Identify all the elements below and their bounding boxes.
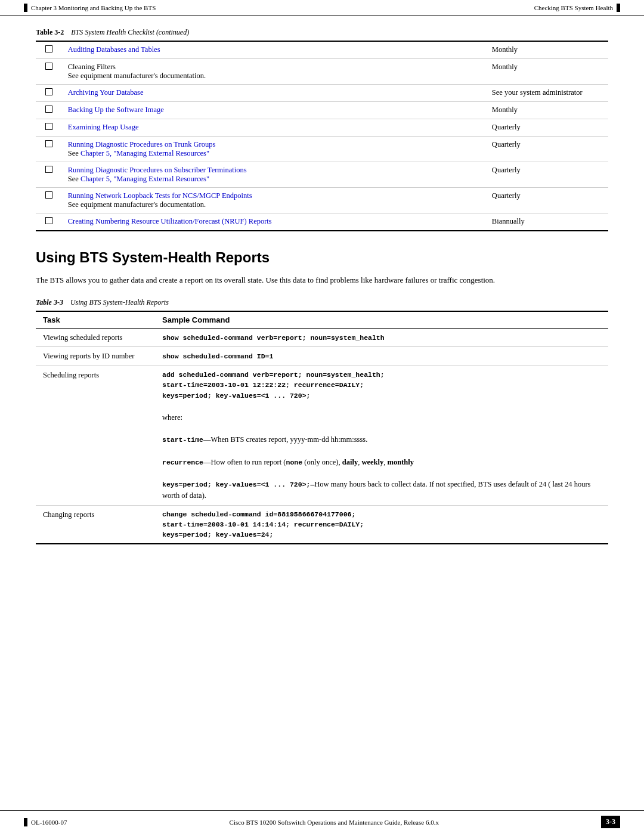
checkbox[interactable] [45, 191, 52, 199]
checkbox[interactable] [45, 106, 52, 113]
command-mono: show scheduled-command ID=1 [162, 352, 273, 360]
task-link[interactable]: Backing Up the Software Image [68, 106, 164, 114]
checkbox-cell [36, 188, 62, 213]
task-extra: See Chapter 5, "Managing External Resour… [68, 175, 480, 184]
task-cell: Running Network Loopback Tests for NCS/M… [62, 188, 486, 213]
checkbox[interactable] [45, 45, 52, 52]
table3-caption-title: Using BTS System-Health Reports [70, 298, 169, 306]
footer-left: OL-16000-07 [24, 818, 67, 826]
header-left: Chapter 3 Monitoring and Backing Up the … [24, 4, 156, 12]
footer-bar: OL-16000-07 Cisco BTS 10200 Softswitch O… [0, 810, 644, 833]
page-number: 3-3 [601, 816, 620, 828]
section-intro: The BTS allows you to gather data and cr… [36, 274, 608, 286]
table-row: Running Diagnostic Procedures on Subscri… [36, 162, 608, 188]
header-left-text: Chapter 3 Monitoring and Backing Up the … [31, 4, 156, 11]
freq-cell: Quarterly [486, 188, 608, 213]
header-right-text: Checking BTS System Health [534, 4, 613, 11]
task-cell: Archiving Your Database [62, 85, 486, 102]
task-cell: Running Diagnostic Procedures on Subscri… [62, 162, 486, 188]
freq-cell: See your system administrator [486, 85, 608, 102]
header-bar: Chapter 3 Monitoring and Backing Up the … [0, 0, 644, 16]
table3-caption: Table 3-3 Using BTS System-Health Report… [36, 298, 608, 307]
checkbox-cell [36, 41, 62, 59]
table-header-row: Task Sample Command [36, 311, 608, 329]
task-cell: Changing reports [36, 505, 155, 544]
task-extra-link[interactable]: Chapter 5, "Managing External Resources" [80, 175, 209, 183]
task-text: Cleaning Filters [68, 63, 480, 72]
command-cell: add scheduled-command verb=report; noun=… [155, 366, 608, 506]
task-link[interactable]: Examining Heap Usage [68, 123, 139, 131]
main-content: Table 3-2 BTS System Health Checklist (c… [0, 16, 644, 556]
freq-cell: Biannually [486, 213, 608, 231]
task-cell: Auditing Databases and Tables [62, 41, 486, 59]
header-bar-icon [24, 4, 27, 12]
footer-bar-icon [24, 818, 27, 826]
section-heading: Using BTS System-Health Reports [36, 249, 608, 266]
freq-cell: Monthly [486, 102, 608, 119]
table2-caption-label: Table 3-2 [36, 28, 64, 36]
task-extra-link[interactable]: Chapter 5, "Managing External Resources" [80, 149, 209, 157]
checkbox[interactable] [45, 217, 52, 224]
task-extra: See equipment manufacturer's documentati… [68, 72, 480, 80]
checkbox-cell [36, 85, 62, 102]
command-detail-3: keys=period; key-values=<1 ... 720>;—How… [162, 479, 601, 501]
command-block: change scheduled-command id=881958666704… [162, 509, 601, 540]
checkbox[interactable] [45, 140, 52, 147]
command-mono: show scheduled-command verb=report; noun… [162, 334, 385, 342]
table-row: Creating Numbering Resource Utilization/… [36, 213, 608, 231]
table-row: Cleaning Filters See equipment manufactu… [36, 59, 608, 85]
command-detail-2: recurrence—How often to run report (none… [162, 457, 601, 468]
table-row: Scheduling reports add scheduled-command… [36, 366, 608, 506]
table-row: Backing Up the Software Image Monthly [36, 102, 608, 119]
table2-caption: Table 3-2 BTS System Health Checklist (c… [36, 28, 608, 37]
table-row: Examining Heap Usage Quarterly [36, 119, 608, 137]
task-link[interactable]: Archiving Your Database [68, 88, 144, 97]
command-block: add scheduled-command verb=report; noun=… [162, 370, 601, 401]
checklist-table: Auditing Databases and Tables Monthly Cl… [36, 41, 608, 231]
freq-cell: Quarterly [486, 137, 608, 162]
task-extra: See equipment manufacturer's documentati… [68, 200, 480, 209]
task-link[interactable]: Auditing Databases and Tables [68, 45, 160, 54]
header-right: Checking BTS System Health [534, 4, 620, 12]
task-cell: Creating Numbering Resource Utilization/… [62, 213, 486, 231]
freq-cell: Quarterly [486, 162, 608, 188]
task-link[interactable]: Creating Numbering Resource Utilization/… [68, 217, 272, 225]
checkbox-cell [36, 102, 62, 119]
task-cell: Cleaning Filters See equipment manufactu… [62, 59, 486, 85]
checkbox-cell [36, 119, 62, 137]
command-cell: show scheduled-command ID=1 [155, 347, 608, 366]
command-cell: show scheduled-command verb=report; noun… [155, 328, 608, 347]
task-cell: Backing Up the Software Image [62, 102, 486, 119]
task-extra: See Chapter 5, "Managing External Resour… [68, 149, 480, 158]
footer-doc-id: OL-16000-07 [31, 819, 67, 826]
checkbox-cell [36, 213, 62, 231]
freq-cell: Monthly [486, 41, 608, 59]
task-cell: Viewing reports by ID number [36, 347, 155, 366]
task-link[interactable]: Running Diagnostic Procedures on Trunk G… [68, 140, 216, 148]
footer-center: Cisco BTS 10200 Softswitch Operations an… [230, 819, 439, 826]
checkbox[interactable] [45, 166, 52, 173]
command-detail-1: start-time—When BTS creates report, yyyy… [162, 434, 601, 445]
task-cell: Viewing scheduled reports [36, 328, 155, 347]
checkbox[interactable] [45, 88, 52, 95]
checkbox[interactable] [45, 123, 52, 130]
checkbox-cell [36, 137, 62, 162]
checkbox[interactable] [45, 63, 52, 70]
table-row: Viewing reports by ID number show schedu… [36, 347, 608, 366]
task-cell: Scheduling reports [36, 366, 155, 506]
table3-caption-label: Table 3-3 [36, 298, 63, 306]
table-row: Archiving Your Database See your system … [36, 85, 608, 102]
task-link[interactable]: Running Diagnostic Procedures on Subscri… [68, 166, 247, 174]
command-cell: change scheduled-command id=881958666704… [155, 505, 608, 544]
table-row: Running Diagnostic Procedures on Trunk G… [36, 137, 608, 162]
header-bar-icon-right [617, 4, 620, 12]
table-row: Running Network Loopback Tests for NCS/M… [36, 188, 608, 213]
checkbox-cell [36, 162, 62, 188]
command-where: where: [162, 412, 601, 423]
task-cell: Running Diagnostic Procedures on Trunk G… [62, 137, 486, 162]
task-cell: Examining Heap Usage [62, 119, 486, 137]
table-row: Changing reports change scheduled-comman… [36, 505, 608, 544]
task-link[interactable]: Running Network Loopback Tests for NCS/M… [68, 191, 252, 200]
reports-table: Task Sample Command Viewing scheduled re… [36, 311, 608, 545]
table-row: Viewing scheduled reports show scheduled… [36, 328, 608, 347]
